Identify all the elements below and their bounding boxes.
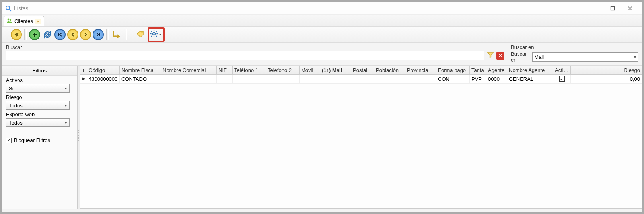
filters-header: Filtros: [2, 66, 77, 76]
svg-point-7: [10, 19, 11, 21]
tab-clientes[interactable]: Clientes ✕: [4, 16, 44, 26]
tab-close-icon[interactable]: ✕: [35, 19, 41, 24]
filter-activos-label: Activos: [6, 77, 74, 83]
search-icon: [5, 5, 12, 12]
col-nombre-fiscal[interactable]: Nombre Fiscal: [120, 66, 161, 74]
chevron-down-icon: ▾: [634, 55, 636, 59]
close-button[interactable]: [621, 2, 639, 14]
searchin-combo[interactable]: Mail ▾: [532, 52, 638, 62]
svg-point-13: [153, 33, 155, 35]
tag-button[interactable]: [135, 29, 146, 40]
col-activo[interactable]: Activo: [553, 66, 571, 74]
cell-poblacion: [374, 75, 405, 83]
gear-icon: [150, 29, 158, 39]
cell-nombre-comercial: [161, 75, 217, 83]
col-mail[interactable]: (1↑) Mail: [320, 66, 351, 74]
refresh-button[interactable]: [42, 29, 53, 40]
tab-label: Clientes: [14, 18, 33, 24]
splitter[interactable]: [78, 66, 80, 209]
filter-exporta-label: Exporta web: [6, 111, 74, 117]
window-title: Listas: [14, 5, 29, 12]
back-button[interactable]: [11, 29, 22, 40]
settings-dropdown-highlighted[interactable]: ▾: [148, 27, 165, 42]
searchin-value: Mail: [534, 54, 544, 60]
col-provincia[interactable]: Provincia: [405, 66, 436, 74]
toolbar-separator: [6, 29, 8, 40]
col-riesgo[interactable]: Riesgo: [571, 66, 642, 74]
content-area: Filtros Activos Si ▾ Riesgo Todos ▾ Expo…: [2, 66, 642, 209]
svg-line-18: [151, 31, 152, 32]
row-indicator-icon: ▶: [80, 75, 87, 83]
first-button[interactable]: [54, 29, 66, 40]
cell-agente: 0000: [486, 75, 507, 83]
table-row[interactable]: ▶ 4300000000 CONTADO CON PVP 0000 GENERA…: [80, 75, 642, 84]
search-input[interactable]: [6, 51, 484, 60]
search-bar: Buscar ✕ Buscar en Buscar en Mail ▾: [2, 43, 642, 66]
col-telefono2[interactable]: Teléfono 2: [266, 66, 300, 74]
titlebar: Listas: [2, 2, 642, 15]
bloquear-filtros-label: Bloquear Filtros: [14, 137, 50, 143]
last-button[interactable]: [93, 29, 104, 40]
cell-forma-pago: CON: [436, 75, 470, 83]
col-movil[interactable]: Móvil: [300, 66, 320, 74]
toolbar-separator: [24, 29, 27, 40]
cell-nombre-fiscal: CONTADO: [120, 75, 161, 83]
cell-movil: [300, 75, 320, 83]
people-icon: [6, 18, 13, 25]
cell-activo: ✓: [553, 75, 571, 83]
col-nif[interactable]: NIF: [217, 66, 233, 74]
svg-rect-3: [611, 6, 615, 10]
minimize-button[interactable]: [586, 2, 604, 14]
prev-button[interactable]: [67, 29, 78, 40]
col-tarifa[interactable]: Tarifa: [470, 66, 486, 74]
cell-riesgo: 0,00: [571, 75, 642, 83]
filter-icon[interactable]: [487, 51, 494, 60]
svg-point-6: [8, 19, 10, 21]
footer-spacer: [2, 209, 642, 212]
svg-point-12: [142, 32, 143, 33]
svg-point-0: [6, 6, 10, 10]
bloquear-filtros-checkbox[interactable]: ✓ Bloquear Filtros: [2, 127, 77, 154]
search-label: Buscar: [6, 44, 504, 50]
cell-telefono1: [233, 75, 266, 83]
col-agente[interactable]: Agente: [486, 66, 507, 74]
filter-riesgo-combo[interactable]: Todos ▾: [6, 101, 70, 110]
grid-plus-column[interactable]: +: [80, 66, 87, 74]
filter-riesgo-value: Todos: [9, 103, 23, 109]
cell-nombre-agente: GENERAL: [507, 75, 553, 83]
chevron-down-icon: ▾: [65, 121, 67, 125]
cell-telefono2: [266, 75, 300, 83]
clear-search-button[interactable]: ✕: [496, 52, 504, 60]
cell-mail: [320, 75, 351, 83]
col-telefono1[interactable]: Teléfono 1: [233, 66, 266, 74]
grid-header: + Código Nombre Fiscal Nombre Comercial …: [80, 66, 642, 75]
checkbox-checked-icon: ✓: [559, 76, 565, 82]
col-postal[interactable]: Postal: [351, 66, 374, 74]
filter-activos-value: Si: [9, 86, 14, 91]
col-nombre-comercial[interactable]: Nombre Comercial: [161, 66, 217, 74]
filters-panel: Filtros Activos Si ▾ Riesgo Todos ▾ Expo…: [2, 66, 78, 209]
col-poblacion[interactable]: Población: [374, 66, 405, 74]
cell-provincia: [405, 75, 436, 83]
add-button[interactable]: [29, 29, 40, 40]
filter-activos-combo[interactable]: Si ▾: [6, 84, 70, 93]
checkbox-icon: ✓: [6, 138, 12, 143]
col-codigo[interactable]: Código: [87, 66, 120, 74]
export-button[interactable]: [111, 29, 122, 40]
chevron-down-icon: ▾: [159, 32, 161, 37]
next-button[interactable]: [80, 29, 91, 40]
tab-bar: Clientes ✕: [2, 15, 642, 27]
svg-line-1: [9, 9, 11, 11]
maximize-button[interactable]: [604, 2, 621, 14]
toolbar-separator: [106, 29, 109, 40]
svg-line-20: [151, 36, 152, 37]
col-forma-pago[interactable]: Forma pago: [436, 66, 470, 74]
col-nombre-agente[interactable]: Nombre Agente: [507, 66, 553, 74]
filter-exporta-combo[interactable]: Todos ▾: [6, 118, 70, 127]
toolbar-separator: [130, 29, 132, 40]
toolbar: ▾: [2, 27, 642, 43]
svg-line-21: [156, 31, 157, 32]
cell-nif: [217, 75, 233, 83]
grid-body[interactable]: ▶ 4300000000 CONTADO CON PVP 0000 GENERA…: [80, 75, 642, 209]
chevron-down-icon: ▾: [65, 103, 67, 108]
